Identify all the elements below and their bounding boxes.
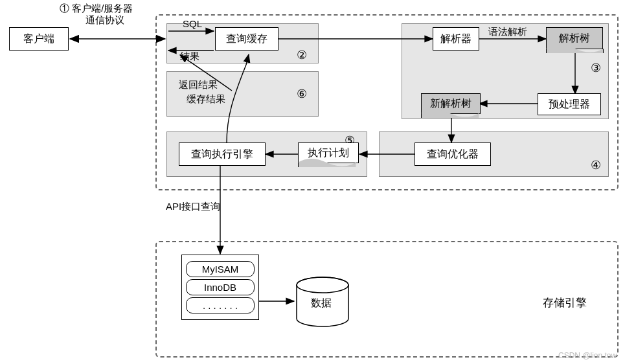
preprocessor-box: 预处理器: [538, 93, 601, 115]
num-3: ③: [591, 61, 601, 75]
query-optimizer-box: 查询优化器: [415, 142, 491, 166]
engine-myisam: MyISAM: [186, 261, 255, 277]
parser-label: 解析器: [440, 32, 471, 46]
zone-optimizer: [379, 131, 609, 177]
result-label: 结果: [180, 51, 199, 63]
data-label: 数据: [311, 297, 332, 310]
parser-box: 解析器: [433, 27, 479, 51]
exec-plan-label: 执行计划: [308, 146, 349, 160]
syntax-parse-label: 语法解析: [488, 26, 527, 38]
query-exec-engine-box: 查询执行引擎: [179, 142, 266, 166]
sql-label: SQL: [183, 18, 202, 29]
query-exec-engine-label: 查询执行引擎: [191, 148, 253, 161]
query-cache-box: 查询缓存: [215, 27, 278, 51]
api-query-label: API接口查询: [166, 201, 220, 213]
query-cache-label: 查询缓存: [226, 32, 267, 46]
new-parse-tree-doc: 新解析树: [421, 93, 481, 114]
protocol-label-2: 通信协议: [85, 14, 124, 27]
client-label: 客户端: [23, 32, 54, 46]
parse-tree-label: 解析树: [559, 32, 590, 45]
cache-result-label: 缓存结果: [187, 93, 225, 106]
storage-engine-label: 存储引擎: [543, 295, 587, 310]
engine-list: MyISAM InnoDB . . . . . . .: [181, 255, 259, 320]
num-2: ②: [297, 48, 307, 62]
engine-etc: . . . . . . .: [186, 297, 255, 313]
num-6: ⑥: [297, 87, 307, 101]
preprocessor-label: 预处理器: [549, 98, 590, 111]
client-box: 客户端: [9, 27, 69, 51]
exec-plan-doc: 执行计划: [298, 142, 359, 163]
engine-innodb: InnoDB: [186, 279, 255, 295]
watermark: CSDN @lion tow: [558, 351, 617, 360]
num-4: ④: [591, 158, 601, 172]
parse-tree-doc: 解析树: [546, 27, 603, 49]
query-optimizer-label: 查询优化器: [427, 148, 479, 161]
return-result-label: 返回结果: [179, 79, 218, 91]
new-parse-tree-label: 新解析树: [430, 97, 471, 111]
protocol-label-1: ① 客户端/服务器: [60, 3, 133, 15]
